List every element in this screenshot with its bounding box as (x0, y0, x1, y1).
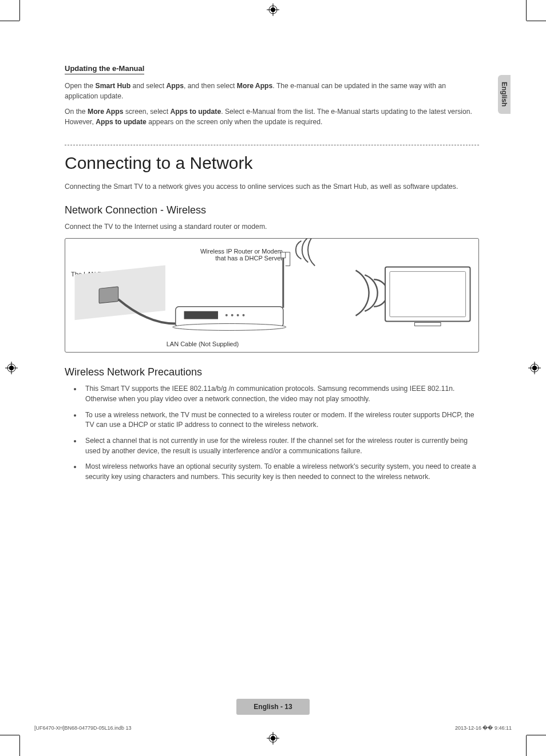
footer-filename: [UF6470-XH]BN68-04779D-05L16.indb 13 (34, 725, 132, 731)
svg-rect-16 (74, 266, 165, 320)
registration-mark-icon (5, 362, 18, 374)
page: English Updating the e-Manual Open the S… (0, 0, 546, 756)
wireless-connection-heading: Network Connection - Wireless (65, 204, 479, 216)
svg-point-24 (243, 314, 245, 316)
crop-mark (0, 21, 19, 21)
updating-emanual-heading: Updating the e-Manual (65, 64, 144, 74)
connecting-network-heading: Connecting to a Network (65, 153, 479, 173)
registration-mark-icon (267, 3, 279, 16)
wireless-diagram: Wireless IP Router or Modem that has a D… (65, 238, 479, 353)
svg-point-22 (231, 314, 234, 316)
crop-mark (19, 735, 20, 756)
crop-mark (527, 735, 546, 735)
svg-point-19 (173, 324, 286, 331)
paragraph: Connecting the Smart TV to a network giv… (65, 182, 479, 192)
content: Updating the e-Manual Open the Smart Hub… (65, 63, 479, 488)
precautions-list: This Smart TV supports the IEEE 802.11a/… (65, 384, 479, 482)
footer-timestamp: 2013-12-16 �� 9:46:11 (455, 725, 512, 731)
svg-rect-26 (281, 252, 286, 258)
svg-point-21 (225, 314, 228, 316)
list-item: To use a wireless network, the TV must b… (82, 410, 479, 430)
list-item: Most wireless networks have an optional … (82, 462, 479, 482)
paragraph: Connect the TV to the Internet using a s… (65, 222, 479, 232)
registration-mark-icon (267, 732, 279, 745)
wireless-precautions-heading: Wireless Network Precautions (65, 366, 479, 378)
paragraph: On the More Apps screen, select Apps to … (65, 107, 479, 127)
crop-mark (19, 0, 20, 21)
registration-mark-icon (528, 362, 541, 374)
svg-rect-28 (390, 272, 466, 317)
svg-rect-29 (414, 323, 441, 326)
page-number-badge: English - 13 (236, 699, 310, 715)
crop-mark (526, 0, 527, 21)
svg-rect-20 (184, 311, 218, 319)
list-item: This Smart TV supports the IEEE 802.11a/… (82, 384, 479, 404)
language-tab-label: English (500, 82, 508, 106)
crop-mark (526, 735, 527, 756)
language-tab: English (498, 75, 511, 114)
list-item: Select a channel that is not currently i… (82, 436, 479, 456)
crop-mark (0, 735, 19, 735)
wireless-diagram-illustration (65, 239, 478, 352)
crop-mark (527, 21, 546, 21)
svg-rect-17 (99, 287, 118, 303)
paragraph: Open the Smart Hub and select Apps, and … (65, 81, 479, 101)
svg-point-23 (237, 314, 239, 316)
dashed-divider (65, 145, 479, 145)
